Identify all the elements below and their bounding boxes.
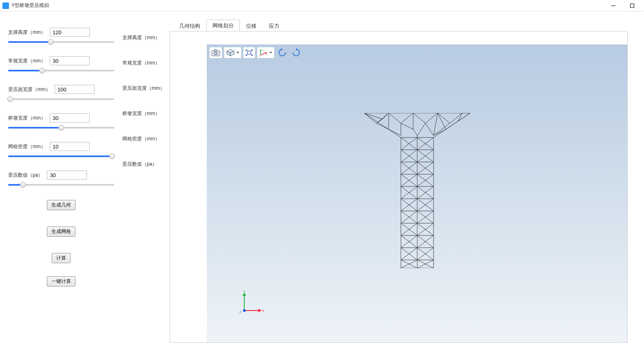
pier-width-input[interactable] [50,113,90,122]
svg-marker-13 [260,49,261,51]
parameters-panel: 支撑高度（mm） 常规宽度（mm） 受压面宽度（mm） [0,11,122,355]
param-pressure-value: 受压数值（pa） [8,171,114,188]
svg-text:z: z [262,49,263,51]
rotate-cw-button[interactable] [290,47,302,58]
rotate-cw-icon [292,48,301,57]
graphics-viewport[interactable]: z y x [207,44,627,342]
maximize-button[interactable] [623,0,642,11]
compute-button[interactable]: 计算 [52,253,71,263]
pressure-value-input[interactable] [47,171,87,180]
summary-label: 受压数值（pa） [122,158,170,184]
summary-label: 网格密度（mm） [122,133,170,158]
pressure-face-width-input[interactable] [55,85,95,94]
generate-mesh-button[interactable]: 生成网格 [47,226,75,237]
svg-rect-11 [248,51,251,54]
summary-labels-panel: 支撑高度（mm） 常规宽度（mm） 受压面宽度（mm） 桥墩宽度（mm） 网格密… [122,11,170,355]
tab-geometry[interactable]: 几何结构 [173,20,206,31]
snapshot-button[interactable] [209,47,222,58]
mesh-density-slider[interactable] [8,153,114,159]
support-height-input[interactable] [50,28,90,37]
svg-point-25 [243,309,246,312]
mesh-figure [364,113,470,268]
window-controls [604,0,642,11]
title-bar: Y型桥墩受压模拟 [0,0,644,11]
cube-icon [226,49,235,56]
svg-marker-19 [281,48,282,51]
summary-label: 支撑高度（mm） [122,32,170,57]
param-pier-width: 桥墩宽度（mm） [8,113,114,131]
svg-marker-24 [258,309,262,312]
triad-x-label: x [262,308,264,313]
param-mesh-density: 网格密度（mm） [8,142,114,159]
minimize-button[interactable] [604,0,623,11]
param-support-height: 支撑高度（mm） [8,28,114,45]
param-label: 受压面宽度（mm） [8,86,51,93]
app-icon [2,2,9,9]
tab-mesh[interactable]: 网格划分 [206,20,240,31]
normal-width-slider[interactable] [8,68,114,73]
svg-rect-1 [631,4,634,7]
pressure-value-slider[interactable] [8,182,114,188]
camera-icon [211,49,220,56]
extents-icon [245,49,253,56]
main-panel: 几何结构 网格划分 位移 应力 [170,11,644,355]
svg-marker-22 [243,292,246,296]
viewer-frame: z y x [170,31,628,343]
rotate-ccw-button[interactable] [276,47,288,58]
param-normal-width: 常规宽度（mm） [8,56,114,73]
viewport-toolbar: z y x [208,46,303,59]
svg-text:y: y [266,53,268,55]
zoom-extents-button[interactable] [243,47,255,58]
svg-text:x: x [259,54,260,57]
param-label: 网格密度（mm） [8,143,46,150]
triad-z-label: z [239,310,241,314]
result-tabs: 几何结构 网格划分 位移 应力 [170,20,628,31]
summary-label: 常规宽度（mm） [122,57,170,82]
svg-line-14 [261,53,266,55]
compute-all-button[interactable]: 一键计算 [47,276,75,286]
summary-label: 桥墩宽度（mm） [122,108,170,133]
support-height-slider[interactable] [8,39,114,45]
tab-displacement[interactable]: 位移 [240,20,263,31]
pier-width-slider[interactable] [8,125,114,131]
axes-xyz-icon: z y x [259,49,268,57]
svg-point-7 [215,53,217,54]
mesh-density-input[interactable] [50,142,90,151]
axes-orientation-button[interactable]: z y x [257,47,274,58]
generate-geometry-button[interactable]: 生成几何 [47,200,75,210]
param-label: 常规宽度（mm） [8,58,46,64]
param-pressure-face-width: 受压面宽度（mm） [8,85,114,102]
param-label: 支撑高度（mm） [8,29,46,36]
param-label: 桥墩宽度（mm） [8,115,46,122]
param-label: 受压数值（pa） [8,172,43,179]
pressure-face-width-slider[interactable] [8,96,114,102]
tab-stress[interactable]: 应力 [263,20,285,31]
orientation-triad: y x z [236,290,265,319]
svg-rect-5 [214,49,217,51]
scene-preset-button[interactable] [224,47,241,58]
summary-label: 受压面宽度（mm） [122,82,170,108]
svg-marker-20 [296,48,298,51]
rotate-ccw-icon [278,48,287,57]
normal-width-input[interactable] [50,56,90,65]
triad-y-label: y [243,290,246,292]
window-title: Y型桥墩受压模拟 [11,2,49,9]
